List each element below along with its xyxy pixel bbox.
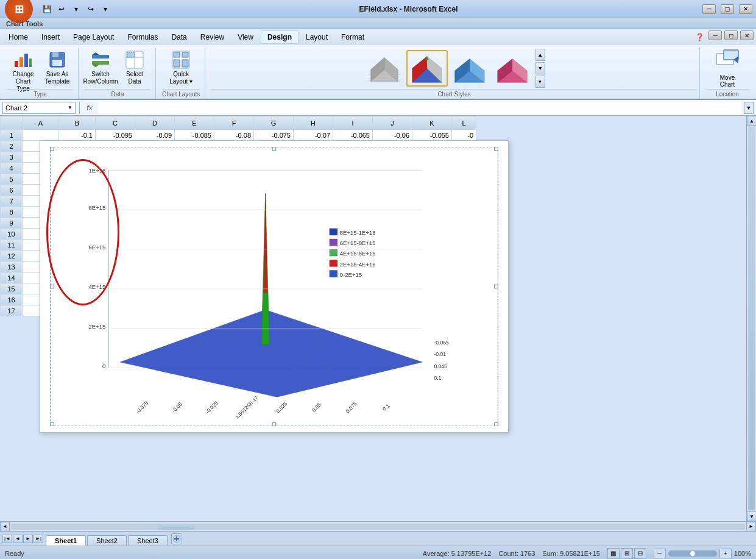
ribbon-minimize[interactable]: ─ xyxy=(708,30,722,40)
svg-rect-88 xyxy=(330,270,337,277)
svg-rect-7 xyxy=(92,55,109,59)
name-box[interactable]: Chart 2 ▼ xyxy=(2,102,76,114)
sheet-add-button[interactable] xyxy=(171,533,182,544)
cell-g1[interactable]: -0.075 xyxy=(254,130,294,141)
zoom-slider[interactable] xyxy=(668,550,717,557)
ribbon-restore[interactable]: ◻ xyxy=(724,30,738,40)
col-header-d[interactable]: D xyxy=(135,116,175,130)
h-scroll-right[interactable]: ► xyxy=(746,522,756,532)
quick-layout-button[interactable]: Quick Layout ▾ xyxy=(165,48,197,88)
minimize-button[interactable]: ─ xyxy=(702,4,716,14)
move-chart-button[interactable]: MoveChart xyxy=(706,48,749,88)
col-header-e[interactable]: E xyxy=(175,116,214,130)
chart-style-3[interactable] xyxy=(449,50,490,87)
normal-view-button[interactable]: ▦ xyxy=(607,548,620,559)
restore-button[interactable]: ◻ xyxy=(721,4,734,14)
chart-overlay[interactable]: 0 2E+15 4E+15 6E+15 8E+15 1E+16 -0.075 xyxy=(40,140,509,433)
select-data-button[interactable]: Select Data xyxy=(119,48,150,88)
horizontal-scrollbar[interactable]: ◄ ► xyxy=(0,521,756,531)
col-header-k[interactable]: K xyxy=(412,116,452,130)
menu-insert[interactable]: Insert xyxy=(35,30,66,44)
zoom-slider-thumb[interactable] xyxy=(690,550,696,557)
chart-tools-label: Chart Tools xyxy=(6,20,43,27)
col-header-a[interactable]: A xyxy=(23,116,59,130)
sheet-nav-last[interactable]: ►| xyxy=(34,535,43,543)
cell-k1[interactable]: -0.055 xyxy=(412,130,452,141)
menu-view[interactable]: View xyxy=(231,30,260,44)
menu-data[interactable]: Data xyxy=(165,30,193,44)
sheet-nav-prev[interactable]: ◄ xyxy=(13,535,23,543)
zoom-in-button[interactable]: + xyxy=(719,549,732,558)
chart-style-2[interactable] xyxy=(406,50,448,87)
cell-f1[interactable]: -0.08 xyxy=(214,130,254,141)
switch-row-column-button[interactable]: Switch Row/Column xyxy=(85,48,116,88)
chart-style-scroll-up[interactable]: ▲ xyxy=(535,49,545,61)
svg-text:6E+15: 6E+15 xyxy=(88,244,105,251)
col-header-j[interactable]: J xyxy=(373,116,412,130)
status-ready: Ready xyxy=(5,550,24,557)
redo-qa-button[interactable]: ↪ xyxy=(84,2,97,16)
customize-qa-button[interactable]: ▾ xyxy=(99,2,112,16)
h-scroll-left[interactable]: ◄ xyxy=(0,522,10,532)
cell-l1[interactable]: -0 xyxy=(452,130,476,141)
svg-text:0: 0 xyxy=(102,363,105,369)
status-bar: Ready Average: 5.13795E+12 Count: 1763 S… xyxy=(0,546,756,559)
cell-c1[interactable]: -0.095 xyxy=(96,130,135,141)
chart-style-1[interactable] xyxy=(364,50,405,87)
col-header-f[interactable]: F xyxy=(214,116,254,130)
cell-a1[interactable] xyxy=(23,130,59,141)
zoom-level[interactable]: 100% xyxy=(734,550,751,557)
zoom-out-button[interactable]: ─ xyxy=(654,549,666,558)
scroll-up-button[interactable]: ▲ xyxy=(747,116,756,126)
h-scroll-track[interactable] xyxy=(11,524,745,530)
col-header-b[interactable]: B xyxy=(59,116,96,130)
col-header-i[interactable]: I xyxy=(333,116,373,130)
close-button[interactable]: ✕ xyxy=(739,4,752,14)
sheet-nav-next[interactable]: ► xyxy=(23,535,33,543)
help-button[interactable]: ❓ xyxy=(693,30,706,44)
col-header-h[interactable]: H xyxy=(294,116,333,130)
sheet-tab-3[interactable]: Sheet3 xyxy=(128,535,168,546)
menu-format[interactable]: Format xyxy=(335,30,370,44)
change-chart-type-icon xyxy=(13,50,33,69)
undo-qa-button[interactable]: ↩ xyxy=(55,2,68,16)
sheet-tab-1[interactable]: Sheet1 xyxy=(46,535,86,546)
menu-home[interactable]: Home xyxy=(2,30,34,44)
menu-review[interactable]: Review xyxy=(194,30,230,44)
cell-j1[interactable]: -0.06 xyxy=(373,130,412,141)
cell-h1[interactable]: -0.07 xyxy=(294,130,333,141)
save-as-template-button[interactable]: Save As Template xyxy=(41,48,73,88)
formula-input[interactable] xyxy=(98,102,741,114)
ribbon-close[interactable]: ✕ xyxy=(740,30,754,40)
chart-style-more[interactable]: ▾ xyxy=(535,76,545,88)
menu-formulas[interactable]: Formulas xyxy=(121,30,164,44)
svg-rect-82 xyxy=(330,239,337,246)
chart-style-4[interactable] xyxy=(492,50,533,87)
sheet-nav-first[interactable]: |◄ xyxy=(2,535,12,543)
page-layout-view-button[interactable]: ⊞ xyxy=(621,548,633,559)
svg-rect-2 xyxy=(24,54,28,67)
scroll-thumb[interactable] xyxy=(748,127,755,510)
cell-b1[interactable]: -0.1 xyxy=(59,130,96,141)
cell-d1[interactable]: -0.09 xyxy=(135,130,175,141)
undo-arrow[interactable]: ▾ xyxy=(69,2,83,16)
menu-layout[interactable]: Layout xyxy=(300,30,334,44)
col-header-g[interactable]: G xyxy=(254,116,294,130)
chart-style-scroll-down[interactable]: ▼ xyxy=(535,62,545,74)
col-header-c[interactable]: C xyxy=(96,116,135,130)
ribbon-group-chart-layouts: Quick Layout ▾ Chart Layouts xyxy=(157,48,205,99)
col-header-l[interactable]: L xyxy=(452,116,476,130)
formula-expand-button[interactable]: ▼ xyxy=(744,102,754,114)
vertical-scrollbar[interactable]: ▲ ▼ xyxy=(746,116,756,521)
cell-i1[interactable]: -0.065 xyxy=(333,130,373,141)
menu-page-layout[interactable]: Page Layout xyxy=(67,30,120,44)
scroll-down-button[interactable]: ▼ xyxy=(747,511,756,521)
cell-e1[interactable]: -0.085 xyxy=(175,130,214,141)
save-qa-button[interactable]: 💾 xyxy=(40,2,54,16)
svg-text:0.045: 0.045 xyxy=(434,363,447,369)
page-break-view-button[interactable]: ⊟ xyxy=(634,548,646,559)
h-scroll-thumb[interactable] xyxy=(158,524,194,530)
change-chart-type-button[interactable]: Change Chart Type xyxy=(7,48,39,88)
menu-design[interactable]: Design xyxy=(261,30,299,44)
sheet-tab-2[interactable]: Sheet2 xyxy=(87,535,127,546)
